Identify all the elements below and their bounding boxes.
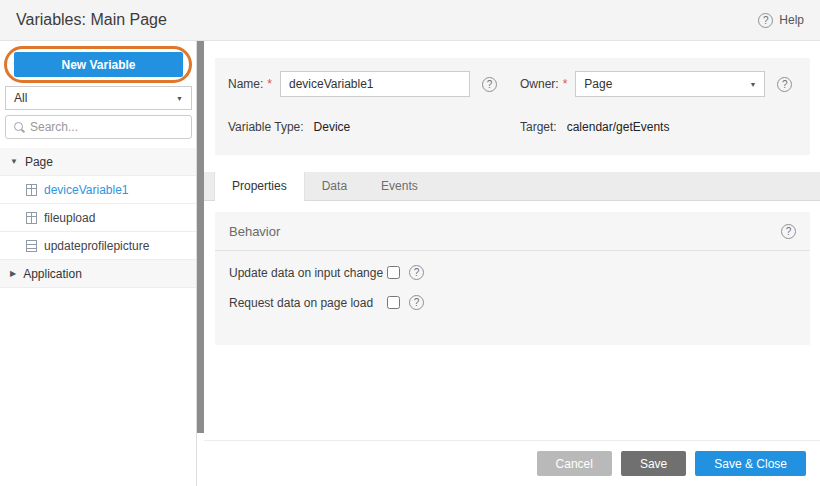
variable-type-label: Variable Type:: [228, 120, 304, 134]
variable-type-value: Device: [314, 120, 351, 134]
option-request-on-page-load: Request data on page load ?: [229, 295, 796, 310]
target-group: Target: calendar/getEvents: [520, 119, 669, 135]
variable-search: [5, 115, 192, 139]
variables-dialog: Variables: Main Page ? Help New Variable…: [0, 0, 820, 486]
name-field[interactable]: [280, 71, 470, 97]
owner-label: Owner:: [520, 77, 559, 91]
caret-down-icon: ▼: [10, 157, 18, 166]
option-label: Request data on page load: [229, 296, 387, 310]
tab-events[interactable]: Events: [364, 172, 435, 201]
save-button[interactable]: Save: [621, 451, 686, 476]
tree-group-application[interactable]: ▶ Application: [0, 260, 196, 288]
owner-selected-value: Page: [584, 77, 612, 91]
dialog-footer: Cancel Save Save & Close: [204, 440, 820, 486]
caret-right-icon: ▶: [10, 269, 16, 278]
form-row-name-owner: Name: * ? Owner: * Page ▼ ?: [228, 71, 797, 97]
tab-bar: Properties Data Events: [204, 172, 820, 201]
main-panel: Name: * ? Owner: * Page ▼ ? Variable Typ…: [204, 41, 820, 486]
variable-summary-card: Name: * ? Owner: * Page ▼ ? Variable Typ…: [215, 58, 810, 155]
tree-group-label: Page: [25, 155, 53, 169]
variable-tree: ▼ Page deviceVariable1 fileupload update…: [0, 148, 196, 288]
save-and-close-button[interactable]: Save & Close: [695, 451, 806, 476]
option-help-icon[interactable]: ?: [409, 295, 424, 310]
option-help-icon[interactable]: ?: [409, 265, 424, 280]
tree-group-page[interactable]: ▼ Page: [0, 148, 196, 176]
variable-icon: [26, 212, 37, 224]
owner-group: Owner: * Page ▼ ?: [520, 71, 792, 97]
help-button[interactable]: ? Help: [758, 13, 804, 28]
required-asterisk: *: [267, 77, 272, 91]
page-title: Variables: Main Page: [16, 11, 167, 29]
behavior-panel-header: Behavior ?: [215, 212, 810, 251]
tree-item-label: deviceVariable1: [44, 183, 129, 197]
variable-icon: [26, 184, 37, 196]
search-icon: [13, 121, 25, 133]
tree-item-fileupload[interactable]: fileupload: [0, 204, 196, 232]
tree-group-label: Application: [23, 267, 82, 281]
sidebar: New Variable All ▼ ▼ Page deviceVariable…: [0, 41, 197, 486]
update-on-input-change-checkbox[interactable]: [387, 266, 400, 279]
chevron-down-icon: ▼: [749, 81, 756, 88]
behavior-help-icon[interactable]: ?: [781, 224, 796, 239]
help-label: Help: [779, 13, 804, 27]
filter-selected-value: All: [14, 91, 27, 105]
tree-item-label: updateprofilepicture: [44, 239, 149, 253]
help-icon: ?: [758, 13, 773, 28]
dialog-header: Variables: Main Page ? Help: [0, 0, 820, 41]
sidebar-scrollbar[interactable]: [197, 41, 204, 433]
cancel-button[interactable]: Cancel: [537, 451, 612, 476]
target-label: Target:: [520, 120, 557, 134]
tree-item-updateprofilepicture[interactable]: updateprofilepicture: [0, 232, 196, 260]
service-variable-icon: [26, 240, 37, 252]
form-row-type-target: Variable Type: Device Target: calendar/g…: [228, 119, 797, 135]
option-update-on-input-change: Update data on input change ?: [229, 265, 796, 280]
required-asterisk: *: [563, 77, 568, 91]
new-variable-button[interactable]: New Variable: [14, 52, 183, 77]
chevron-down-icon: ▼: [176, 95, 183, 102]
owner-select[interactable]: Page ▼: [575, 71, 765, 97]
tab-data[interactable]: Data: [305, 172, 364, 201]
behavior-title: Behavior: [229, 224, 280, 239]
target-value: calendar/getEvents: [567, 120, 670, 134]
behavior-panel: Behavior ? Update data on input change ?…: [215, 212, 810, 345]
request-on-page-load-checkbox[interactable]: [387, 296, 400, 309]
tree-item-label: fileupload: [44, 211, 95, 225]
option-label: Update data on input change: [229, 266, 387, 280]
search-input[interactable]: [30, 120, 185, 134]
variable-filter-select[interactable]: All ▼: [5, 86, 192, 110]
tab-properties[interactable]: Properties: [214, 172, 305, 201]
behavior-panel-body: Update data on input change ? Request da…: [215, 251, 810, 310]
owner-help-icon[interactable]: ?: [777, 77, 792, 92]
name-label: Name:: [228, 77, 263, 91]
tree-item-devicevariable1[interactable]: deviceVariable1: [0, 176, 196, 204]
name-help-icon[interactable]: ?: [482, 77, 497, 92]
